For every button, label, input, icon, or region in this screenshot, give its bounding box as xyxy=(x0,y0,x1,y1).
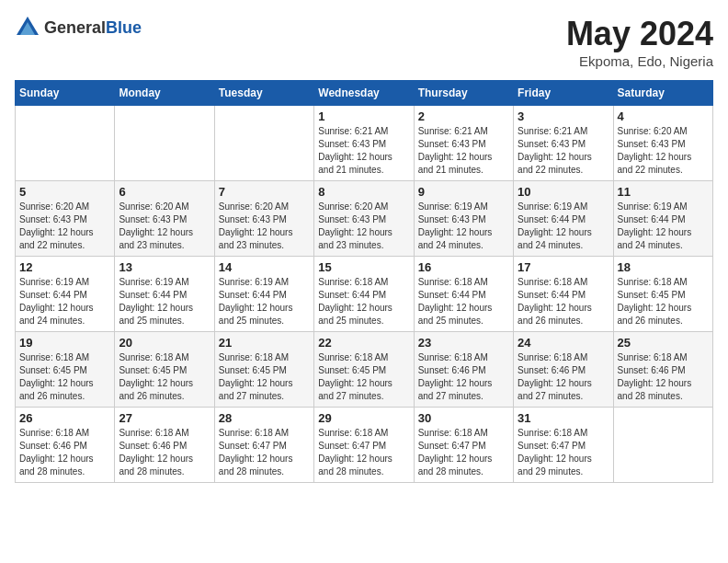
day-number: 26 xyxy=(19,411,110,425)
calendar-week-row: 5Sunrise: 6:20 AM Sunset: 6:43 PM Daylig… xyxy=(16,181,713,257)
header-wednesday: Wednesday xyxy=(314,81,414,106)
table-row: 22Sunrise: 6:18 AM Sunset: 6:45 PM Dayli… xyxy=(314,332,414,408)
table-row: 5Sunrise: 6:20 AM Sunset: 6:43 PM Daylig… xyxy=(16,181,115,257)
day-info: Sunrise: 6:20 AM Sunset: 6:43 PM Dayligh… xyxy=(618,125,709,177)
table-row: 19Sunrise: 6:18 AM Sunset: 6:45 PM Dayli… xyxy=(16,332,115,408)
table-row xyxy=(214,106,313,181)
day-info: Sunrise: 6:19 AM Sunset: 6:44 PM Dayligh… xyxy=(518,201,609,252)
day-number: 10 xyxy=(518,185,609,199)
day-number: 3 xyxy=(518,109,609,123)
logo-icon xyxy=(15,15,40,40)
header-thursday: Thursday xyxy=(414,81,513,106)
header-monday: Monday xyxy=(115,81,214,106)
day-info: Sunrise: 6:19 AM Sunset: 6:44 PM Dayligh… xyxy=(119,276,210,327)
day-number: 15 xyxy=(318,260,409,274)
table-row: 7Sunrise: 6:20 AM Sunset: 6:43 PM Daylig… xyxy=(214,181,313,257)
table-row: 29Sunrise: 6:18 AM Sunset: 6:47 PM Dayli… xyxy=(314,408,414,483)
day-info: Sunrise: 6:20 AM Sunset: 6:43 PM Dayligh… xyxy=(119,201,210,252)
table-row: 15Sunrise: 6:18 AM Sunset: 6:44 PM Dayli… xyxy=(314,257,414,332)
day-number: 22 xyxy=(318,336,409,350)
day-info: Sunrise: 6:18 AM Sunset: 6:45 PM Dayligh… xyxy=(219,351,310,403)
day-number: 8 xyxy=(318,185,409,199)
table-row: 4Sunrise: 6:20 AM Sunset: 6:43 PM Daylig… xyxy=(613,106,712,181)
table-row: 20Sunrise: 6:18 AM Sunset: 6:45 PM Dayli… xyxy=(115,332,214,408)
calendar-header-row: Sunday Monday Tuesday Wednesday Thursday… xyxy=(16,81,713,106)
day-number: 21 xyxy=(219,336,310,350)
table-row: 10Sunrise: 6:19 AM Sunset: 6:44 PM Dayli… xyxy=(514,181,613,257)
day-info: Sunrise: 6:20 AM Sunset: 6:43 PM Dayligh… xyxy=(19,201,110,252)
table-row: 14Sunrise: 6:19 AM Sunset: 6:44 PM Dayli… xyxy=(214,257,313,332)
day-info: Sunrise: 6:18 AM Sunset: 6:47 PM Dayligh… xyxy=(219,427,310,478)
day-info: Sunrise: 6:20 AM Sunset: 6:43 PM Dayligh… xyxy=(219,201,310,252)
calendar-week-row: 12Sunrise: 6:19 AM Sunset: 6:44 PM Dayli… xyxy=(16,257,713,332)
table-row: 3Sunrise: 6:21 AM Sunset: 6:43 PM Daylig… xyxy=(514,106,613,181)
calendar-week-row: 1Sunrise: 6:21 AM Sunset: 6:43 PM Daylig… xyxy=(16,106,713,181)
table-row: 31Sunrise: 6:18 AM Sunset: 6:47 PM Dayli… xyxy=(514,408,613,483)
day-info: Sunrise: 6:21 AM Sunset: 6:43 PM Dayligh… xyxy=(418,125,509,177)
day-number: 6 xyxy=(119,185,210,199)
day-number: 29 xyxy=(318,411,409,425)
day-info: Sunrise: 6:18 AM Sunset: 6:45 PM Dayligh… xyxy=(318,351,409,403)
page-header: GeneralBlue May 2024 Ekpoma, Edo, Nigeri… xyxy=(15,15,713,69)
header-sunday: Sunday xyxy=(16,81,115,106)
day-number: 18 xyxy=(618,260,709,274)
day-info: Sunrise: 6:21 AM Sunset: 6:43 PM Dayligh… xyxy=(318,125,409,177)
title-month: May 2024 xyxy=(566,15,713,53)
day-info: Sunrise: 6:18 AM Sunset: 6:46 PM Dayligh… xyxy=(119,427,210,478)
table-row: 27Sunrise: 6:18 AM Sunset: 6:46 PM Dayli… xyxy=(115,408,214,483)
table-row: 1Sunrise: 6:21 AM Sunset: 6:43 PM Daylig… xyxy=(314,106,414,181)
table-row: 8Sunrise: 6:20 AM Sunset: 6:43 PM Daylig… xyxy=(314,181,414,257)
day-number: 1 xyxy=(318,109,409,123)
day-info: Sunrise: 6:18 AM Sunset: 6:47 PM Dayligh… xyxy=(518,427,609,478)
day-number: 19 xyxy=(19,336,110,350)
day-info: Sunrise: 6:18 AM Sunset: 6:46 PM Dayligh… xyxy=(618,351,709,403)
day-number: 17 xyxy=(518,260,609,274)
day-number: 4 xyxy=(618,109,709,123)
table-row xyxy=(613,408,712,483)
header-friday: Friday xyxy=(514,81,613,106)
day-info: Sunrise: 6:18 AM Sunset: 6:46 PM Dayligh… xyxy=(19,427,110,478)
table-row: 23Sunrise: 6:18 AM Sunset: 6:46 PM Dayli… xyxy=(414,332,513,408)
table-row: 28Sunrise: 6:18 AM Sunset: 6:47 PM Dayli… xyxy=(214,408,313,483)
day-info: Sunrise: 6:21 AM Sunset: 6:43 PM Dayligh… xyxy=(518,125,609,177)
day-number: 14 xyxy=(219,260,310,274)
day-info: Sunrise: 6:18 AM Sunset: 6:45 PM Dayligh… xyxy=(19,351,110,403)
title-block: May 2024 Ekpoma, Edo, Nigeria xyxy=(566,15,713,69)
day-info: Sunrise: 6:18 AM Sunset: 6:44 PM Dayligh… xyxy=(318,276,409,327)
day-number: 23 xyxy=(418,336,509,350)
day-number: 16 xyxy=(418,260,509,274)
logo-text-blue: Blue xyxy=(106,18,142,37)
day-info: Sunrise: 6:18 AM Sunset: 6:46 PM Dayligh… xyxy=(418,351,509,403)
day-number: 28 xyxy=(219,411,310,425)
table-row xyxy=(16,106,115,181)
day-number: 24 xyxy=(518,336,609,350)
table-row: 24Sunrise: 6:18 AM Sunset: 6:46 PM Dayli… xyxy=(514,332,613,408)
header-tuesday: Tuesday xyxy=(214,81,313,106)
logo: GeneralBlue xyxy=(15,15,142,40)
title-location: Ekpoma, Edo, Nigeria xyxy=(566,53,713,69)
day-number: 12 xyxy=(19,260,110,274)
table-row xyxy=(115,106,214,181)
day-number: 20 xyxy=(119,336,210,350)
calendar-table: Sunday Monday Tuesday Wednesday Thursday… xyxy=(15,80,713,483)
day-info: Sunrise: 6:18 AM Sunset: 6:46 PM Dayligh… xyxy=(518,351,609,403)
day-number: 5 xyxy=(19,185,110,199)
day-info: Sunrise: 6:20 AM Sunset: 6:43 PM Dayligh… xyxy=(318,201,409,252)
day-info: Sunrise: 6:18 AM Sunset: 6:45 PM Dayligh… xyxy=(618,276,709,327)
table-row: 16Sunrise: 6:18 AM Sunset: 6:44 PM Dayli… xyxy=(414,257,513,332)
table-row: 13Sunrise: 6:19 AM Sunset: 6:44 PM Dayli… xyxy=(115,257,214,332)
day-info: Sunrise: 6:19 AM Sunset: 6:44 PM Dayligh… xyxy=(19,276,110,327)
day-number: 7 xyxy=(219,185,310,199)
day-info: Sunrise: 6:18 AM Sunset: 6:47 PM Dayligh… xyxy=(318,427,409,478)
day-info: Sunrise: 6:19 AM Sunset: 6:43 PM Dayligh… xyxy=(418,201,509,252)
table-row: 2Sunrise: 6:21 AM Sunset: 6:43 PM Daylig… xyxy=(414,106,513,181)
day-number: 9 xyxy=(418,185,509,199)
table-row: 21Sunrise: 6:18 AM Sunset: 6:45 PM Dayli… xyxy=(214,332,313,408)
day-info: Sunrise: 6:18 AM Sunset: 6:44 PM Dayligh… xyxy=(518,276,609,327)
day-number: 31 xyxy=(518,411,609,425)
header-saturday: Saturday xyxy=(613,81,712,106)
day-info: Sunrise: 6:18 AM Sunset: 6:47 PM Dayligh… xyxy=(418,427,509,478)
day-number: 30 xyxy=(418,411,509,425)
day-number: 11 xyxy=(618,185,709,199)
table-row: 12Sunrise: 6:19 AM Sunset: 6:44 PM Dayli… xyxy=(16,257,115,332)
